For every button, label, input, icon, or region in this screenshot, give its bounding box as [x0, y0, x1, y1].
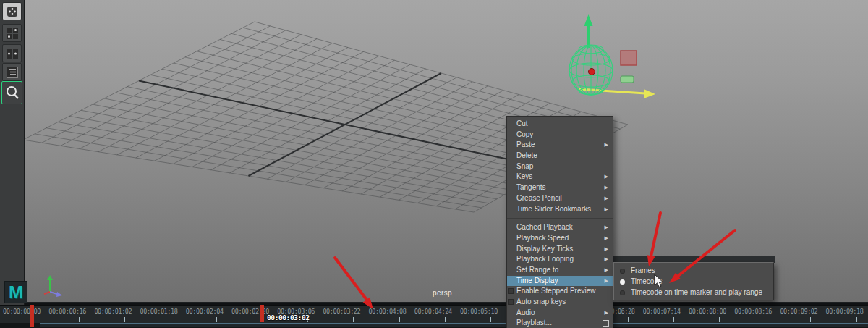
tick-mark: [628, 317, 629, 322]
outliner-panel-icon: [6, 66, 19, 79]
menu-item-label: Playback Looping: [516, 255, 574, 263]
timeslider-context-menu: CutCopyPaste▶DeleteSnapKeys▶Tangents▶Gre…: [506, 116, 613, 328]
menu-item-time-display[interactable]: Time Display▶: [507, 276, 613, 287]
menu-item-label: Display Key Ticks: [516, 245, 573, 253]
maya-window: persp: [0, 0, 868, 328]
timecode-tick-label: 00:00:09:18: [826, 308, 864, 315]
submenu-item-timecode[interactable]: Timecode: [614, 276, 773, 287]
two-pane-layout-button[interactable]: [2, 44, 22, 62]
submenu-arrow-icon: ▶: [605, 204, 608, 215]
submenu-item-label: Timecode: [631, 277, 663, 285]
timecode-tick-label: 00:00:00:00: [3, 308, 41, 315]
maya-logo-letter: M: [9, 284, 23, 301]
outliner-panel-button[interactable]: [2, 63, 22, 81]
tick-mark: [856, 317, 857, 322]
tick-mark: [216, 317, 217, 322]
menu-item-display-key-ticks[interactable]: Display Key Ticks▶: [507, 244, 613, 255]
submenu-arrow-icon: ▶: [605, 265, 608, 276]
radio-icon[interactable]: [620, 269, 625, 274]
playhead[interactable]: [260, 305, 264, 322]
option-box-icon[interactable]: [603, 320, 609, 327]
zoom-select-button[interactable]: [1, 81, 22, 104]
menu-item-label: Grease Pencil: [516, 194, 562, 202]
menu-item-label: Tangents: [516, 183, 546, 191]
two-pane-layout-icon: [6, 47, 19, 60]
menu-item-label: Delete: [516, 151, 537, 159]
menu-item-playback-speed[interactable]: Playback Speed▶: [507, 233, 613, 244]
menu-item-set-range-to[interactable]: Set Range to▶: [507, 265, 613, 276]
submenu-arrow-icon: ▶: [605, 254, 608, 265]
menu-item-tangents[interactable]: Tangents▶: [507, 182, 613, 193]
four-pane-layout-button[interactable]: [2, 24, 22, 42]
maya-logo: M: [4, 281, 27, 303]
tick-mark: [79, 317, 80, 322]
menu-item-label: Time Slider Bookmarks: [516, 205, 591, 213]
menu-item-label: Snap: [516, 162, 533, 170]
tick-mark: [124, 317, 125, 322]
menu-item-label: Playblast...: [516, 319, 552, 327]
menu-item-copy[interactable]: Copy: [507, 130, 613, 140]
tick-mark: [353, 317, 354, 322]
x-axis-arrow-icon: [644, 89, 655, 98]
menu-item-grease-pencil[interactable]: Grease Pencil▶: [507, 193, 613, 204]
timecode-tick-label: 00:00:02:04: [186, 308, 224, 315]
menu-item-auto-snap-keys[interactable]: Auto snap keys: [507, 297, 613, 308]
z-axis-plane-handle-icon: [621, 51, 637, 65]
y-axis-arrow-icon: [584, 14, 593, 26]
current-time-label: 00:00:03:02: [267, 314, 310, 321]
menu-item-label: Audio: [516, 308, 535, 316]
submenu-arrow-icon: ▶: [605, 182, 608, 193]
single-pane-layout-button[interactable]: [2, 2, 22, 20]
radio-icon[interactable]: [620, 290, 625, 295]
timecode-tick-label: 00:00:01:18: [140, 308, 178, 315]
timecode-tick-label: 00:00:00:16: [48, 308, 86, 315]
tick-mark: [171, 317, 171, 322]
submenu-arrow-icon: ▶: [605, 140, 608, 151]
magnifier-icon: [5, 85, 20, 101]
time-slider[interactable]: 00:00:00:0000:00:00:1600:00:01:0200:00:0…: [0, 305, 868, 323]
menu-item-paste[interactable]: Paste▶: [507, 140, 613, 151]
tick-mark: [490, 317, 491, 322]
range-slider-bar[interactable]: [40, 323, 868, 327]
menu-item-delete[interactable]: Delete: [507, 151, 613, 161]
submenu-item-label: Frames: [631, 266, 655, 274]
timecode-tick-label: 00:00:01:02: [94, 308, 132, 315]
menu-item-label: Auto snap keys: [516, 298, 566, 306]
timecode-tick-label: 00:00:04:24: [414, 308, 452, 315]
range-slider[interactable]: [0, 323, 868, 328]
plane-handle-icon: [621, 76, 634, 83]
menu-item-playblast[interactable]: Playblast...: [507, 318, 613, 328]
menu-item-snap[interactable]: Snap: [507, 161, 613, 172]
tick-mark: [765, 317, 765, 322]
submenu-arrow-icon: ▶: [605, 276, 608, 287]
menu-item-keys[interactable]: Keys▶: [507, 172, 613, 182]
checkbox-icon[interactable]: [508, 288, 514, 294]
menu-item-audio[interactable]: Audio▶: [507, 308, 613, 319]
menu-item-cut[interactable]: Cut: [507, 119, 613, 130]
submenu-arrow-icon: ▶: [605, 172, 608, 182]
submenu-item-timecode-on-time-marker-and-play-range[interactable]: Timecode on time marker and play range: [614, 287, 773, 298]
four-pane-layout-icon: [6, 27, 19, 40]
panel-toolbar: [0, 0, 25, 305]
tick-mark: [445, 317, 446, 322]
menu-item-playback-looping[interactable]: Playback Looping▶: [507, 254, 613, 265]
radio-icon[interactable]: [620, 279, 625, 285]
tick-mark: [810, 317, 811, 322]
menu-item-label: Playback Speed: [516, 234, 569, 242]
range-start-marker[interactable]: [30, 305, 34, 327]
tick-mark: [399, 317, 400, 322]
submenu-item-label: Timecode on time marker and play range: [631, 288, 762, 296]
timecode-tick-label: 00:00:05:10: [460, 308, 498, 315]
menu-item-time-slider-bookmarks[interactable]: Time Slider Bookmarks▶: [507, 204, 613, 215]
menu-item-label: Cached Playback: [516, 223, 573, 231]
menu-item-label: Copy: [516, 130, 533, 138]
timecode-tick-label: 00:00:07:14: [643, 308, 681, 315]
menu-item-cached-playback[interactable]: Cached Playback▶: [507, 222, 613, 233]
checkbox-icon[interactable]: [508, 299, 514, 305]
submenu-arrow-icon: ▶: [605, 244, 608, 255]
manipulator-center-dot[interactable]: [589, 69, 595, 75]
menu-item-enable-stepped-preview[interactable]: Enable Stepped Preview: [507, 286, 613, 297]
submenu-item-frames[interactable]: Frames: [614, 265, 773, 276]
menu-item-label: Keys: [516, 172, 532, 180]
timecode-tick-label: 00:00:09:02: [780, 308, 817, 315]
